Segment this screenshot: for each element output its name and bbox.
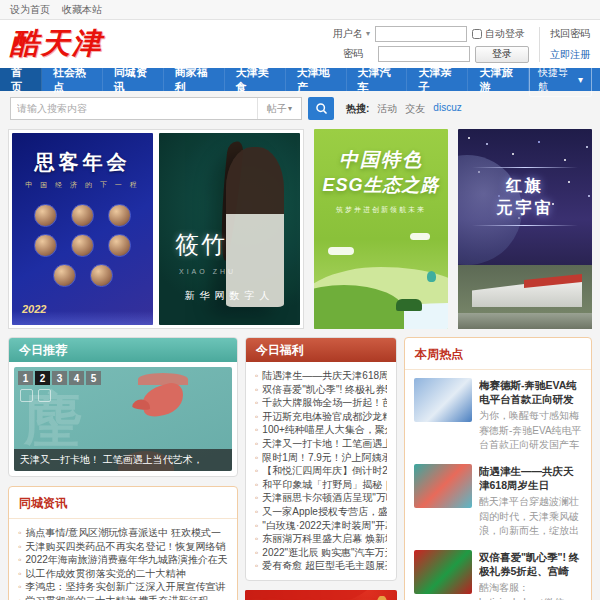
panel-title: 今日推荐 [9,338,237,362]
news-description: 酷淘客服：kutjxiaokuku（微信号）酷天津成立于2005年，从酷天津we… [479,581,582,600]
hot-news-item[interactable]: 双倍喜爱"凯心季"! 终极礼券5折起、宫崎 酷淘客服：kutjxiaokuku（… [414,550,582,600]
password-input[interactable] [378,46,470,62]
news-thumbnail [414,550,472,594]
login-area: 用户名 ▾ 自动登录 密码 登录 找回密码 立即注册 [327,26,590,63]
recommend-slide-image[interactable]: 麈 12345 天津又一打卡地！ 工笔画遇上当代艺术， [14,367,232,471]
slide-tab[interactable]: 4 [69,371,84,385]
welfare-list-item[interactable]: "白玫瑰·2022天津时装周"开幕式举行海津 [255,519,387,533]
utility-link[interactable]: 收藏本站 [62,3,102,17]
banner-title-line2: ESG生态之路 [314,173,448,197]
utility-link[interactable]: 设为首页 [10,3,50,17]
auto-login-label: 自动登录 [485,27,525,41]
banner-subtitle: 新华网数字人 [159,289,300,303]
nav-item[interactable]: 同城资讯 [103,68,164,91]
username-input[interactable] [375,26,467,42]
news-list-item[interactable]: 学习贯彻党的二十大精神 携手奋进新征程 [18,594,228,600]
divider-decoration [472,225,578,226]
auto-login-option[interactable]: 自动登录 [472,27,525,41]
nav-item[interactable]: 天津美食 [225,68,286,91]
stars-decoration [468,137,470,139]
news-list-item[interactable]: 天津购买四类药品不再实名登记！恢复网络销 [18,540,228,554]
nav-item[interactable]: 天津汽车 [347,68,408,91]
welfare-list-item[interactable]: 陆遇津生——共庆天津618周岁生日 [255,369,387,383]
cloud-decoration [328,247,354,255]
banner-latin-title: XIAO ZHU [179,268,236,275]
slide-caption[interactable]: 天津又一打卡地！ 工笔画遇上当代艺术， [14,449,232,471]
divider-decoration [472,167,578,168]
news-list-item[interactable]: 2022年海南旅游消费嘉年华九城路演推介在天 [18,553,228,567]
welfare-list-item[interactable]: 千款大牌服饰全场一折起！芭面蒂大型内购会 [255,396,387,410]
news-list-item[interactable]: 以工作成效贯彻落实党的二十大精神 [18,567,228,581]
banner-carousel: 思客年会 中 国 经 济 的 下 一 程 2022 筱竹 XIAO ZHU 新华… [8,129,304,329]
welfare-list-item[interactable]: 开迈斯充电体验官成都沙龙精彩举办 [255,410,387,424]
nav-item[interactable]: 天津亲子 [407,68,468,91]
chevron-down-icon: ▾ [288,104,292,113]
banner-title: 筱竹 [175,229,227,261]
welfare-list-item[interactable]: 限时1周！7.9元！沪上阿姨承包你的口粮咖啡 [255,451,387,465]
slide-tab[interactable]: 2 [35,371,50,385]
site-logo[interactable]: 酷天津 [10,24,103,64]
banner-sike-annual-meeting[interactable]: 思客年会 中 国 经 济 的 下 一 程 2022 [12,133,153,325]
welfare-list-item[interactable]: 又一家Apple授权专营店，盛大开业！就在你 [255,505,387,519]
news-description: 为你，唤醒每寸感知梅赛德斯-奔驰EVA纯电平台首款正向研发国产车型全新纯电EQE… [479,409,582,453]
welfare-list-item[interactable]: 2022"逛北辰 购实惠"汽车万元幸运购启动 [255,546,387,560]
chevron-down-icon[interactable]: ▾ [366,29,370,38]
hot-news-item[interactable]: 陆遇津生——共庆天津618周岁生日 酷天津平台穿越波澜壮阔的时代，天津乘风破浪，… [414,464,582,539]
today-welfare-panel: 今日福利 陆遇津生——共庆天津618周岁生日双倍喜爱"凯心季"! 终极礼券5折起… [245,337,397,581]
register-link[interactable]: 立即注册 [550,48,590,62]
forgot-password-link[interactable]: 找回密码 [550,27,590,41]
welfare-list-item[interactable]: 双倍喜爱"凯心季"! 终极礼券5折起、宫崎 [255,383,387,397]
chevron-down-icon: ▾ [578,74,583,85]
quick-nav-button[interactable]: 快捷导航 ▾ [529,63,592,97]
welfare-list-item[interactable]: 100+纯种喵星人大集合，聚众吸猫你来不来？ [255,423,387,437]
auto-login-checkbox[interactable] [472,29,482,39]
banner-title: 思客年会 [12,149,153,176]
search-input[interactable] [11,103,257,114]
speaker-portraits [12,190,153,287]
cyclists-decoration [396,299,422,311]
slide-tab[interactable]: 5 [86,371,101,385]
party-congress-banner[interactable]: 喜迎二十大 奋进新征程 [245,590,397,600]
hot-search-link[interactable]: 交友 [405,102,425,116]
today-recommend-panel: 今日推荐 麈 12345 天津又一打卡地！ 工笔画遇上当代艺术， [8,337,238,477]
welfare-list-item[interactable]: 天津又一打卡地！工笔画遇上当代艺术，你能 [255,437,387,451]
search-button[interactable] [308,97,334,120]
slide-tabs: 12345 [18,371,101,385]
welfare-list-item[interactable]: 东丽湖万科里盛大启幕 焕新城市理想生活 [255,532,387,546]
banner-esg[interactable]: 中国特色 ESG生态之路 筑梦并进创新领航未来 [314,129,448,329]
nav-item[interactable]: 天津地产 [286,68,347,91]
hot-news-item[interactable]: 梅赛德斯-奔驰EVA纯电平台首款正向研发国产 为你，唤醒每寸感知梅赛德斯-奔驰E… [414,378,582,453]
welfare-list-item[interactable]: 天津丽思卡尔顿酒店呈现"万味奇遇"菜单， [255,491,387,505]
news-title: 双倍喜爱"凯心季"! 终极礼券5折起、宫崎 [479,550,582,578]
hot-search-link[interactable]: 活动 [377,102,397,116]
news-list-item[interactable]: 李鸿忠：坚持务实创新广泛深入开展宣传宣讲 [18,580,228,594]
slide-tab[interactable]: 3 [52,371,67,385]
banner-title: 红旗 元宇宙 [458,175,592,219]
panel-title: 同城资讯 [9,487,237,519]
search-category-select[interactable]: 帖子 ▾ [257,98,301,119]
exhibit-logos [20,389,51,402]
nav-item[interactable]: 天津旅游 [468,68,529,91]
news-list-item[interactable]: 搞点事情/意风区潮玩惊喜派送中 狂欢模式一 [18,526,228,540]
site-header: 酷天津 用户名 ▾ 自动登录 密码 登录 找回密码 立即注册 [0,20,600,68]
hot-search-link[interactable]: discuz [433,102,461,116]
skyline-decoration [12,311,153,325]
password-label: 密码 [327,47,363,61]
news-title: 梅赛德斯-奔驰EVA纯电平台首款正向研发国产 [479,378,582,406]
nav-item[interactable]: 商家福利 [164,68,225,91]
search-icon [315,102,328,115]
welfare-list-item[interactable]: 爱有奇愈 超巨型毛毛主题展亮相鲁能城 [255,559,387,573]
banner-hongqi-metaverse[interactable]: 红旗 元宇宙 [458,129,592,329]
slide-tab[interactable]: 1 [18,371,33,385]
panel-title: 本周热点 [405,338,591,370]
welfare-list-item[interactable]: 和平印象城「打野局」揭秘｜50+顶流品牌集 [255,478,387,492]
banner-row: 思客年会 中 国 经 济 的 下 一 程 2022 筱竹 XIAO ZHU 新华… [0,125,600,329]
banner-digital-human[interactable]: 筱竹 XIAO ZHU 新华网数字人 [159,133,300,325]
bird-artwork [139,381,186,419]
welfare-list-item[interactable]: 【和悦汇四周年庆】倒计时2天！近100家市集 [255,464,387,478]
nav-item[interactable]: 首页 [0,68,42,91]
login-button[interactable]: 登录 [475,46,529,63]
building-decoration [458,313,592,329]
balloon-decoration [427,271,436,282]
nav-item[interactable]: 社会热点 [42,68,103,91]
